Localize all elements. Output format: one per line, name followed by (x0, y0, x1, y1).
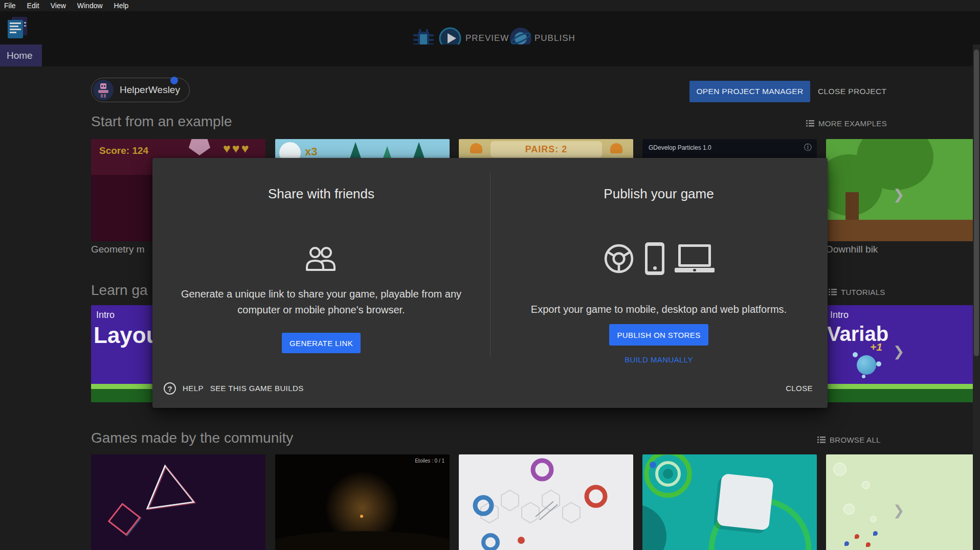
open-project-manager-button[interactable]: OPEN PROJECT MANAGER (689, 81, 810, 102)
share-title: Share with friends (152, 186, 490, 202)
dialog-footer: ? HELP SEE THIS GAME BUILDS CLOSE (152, 382, 828, 399)
tutorials-button[interactable]: TUTORIALS (829, 288, 885, 296)
hill-silhouette (275, 531, 450, 550)
chevron-right-icon[interactable]: ❯ (891, 187, 906, 202)
stars-hud-label: Etoiles : 0 / 1 (415, 458, 444, 464)
publish-title: Publish your game (490, 186, 828, 202)
pentagon-shape (189, 139, 210, 155)
scrollbar-thumb[interactable] (974, 50, 979, 356)
browse-all-button[interactable]: BROWSE ALL (817, 436, 881, 444)
heart-icons: ♥♥♥ (223, 141, 251, 156)
tab-home[interactable]: Home (0, 44, 42, 66)
fish-sprite (855, 534, 859, 539)
smartphone-icon (645, 242, 664, 275)
project-manager-icon[interactable] (6, 16, 29, 40)
mushroom-sprite (610, 143, 622, 153)
hexagon-rings (459, 454, 633, 550)
bubble-shape (862, 481, 870, 489)
avatar (93, 80, 114, 100)
bubble-shape (833, 463, 847, 476)
scrollbar-track[interactable] (973, 44, 980, 550)
community-card-fish[interactable] (826, 454, 980, 550)
grass-shape (826, 384, 980, 402)
bubble-creature-sprite (857, 355, 876, 375)
publish-on-stores-button[interactable]: PUBLISH ON STORES (609, 324, 708, 346)
build-manually-link[interactable]: BUILD MANUALLY (490, 355, 828, 364)
community-card-rings[interactable] (642, 454, 817, 550)
learn-section-title: Learn ga (91, 282, 148, 299)
white-square (717, 473, 774, 531)
help-button[interactable]: HELP (183, 382, 204, 395)
coin-counter: x3 (305, 145, 317, 158)
fish-sprite (873, 531, 878, 536)
pairs-banner: PAIRS: 2 (491, 141, 602, 157)
info-icon[interactable]: ⓘ (804, 143, 812, 152)
share-description-line2: computer or mobile phone's browser. (152, 302, 490, 318)
bubble-shape (862, 375, 865, 378)
list-icon (829, 289, 837, 295)
tutorial-tag: Intro (830, 310, 849, 320)
toolbar: PREVIEW PUBLISH (0, 11, 980, 44)
bubble-shape (876, 361, 881, 366)
fish-sprite (866, 542, 871, 547)
notification-dot (170, 77, 178, 84)
menu-view[interactable]: View (45, 2, 72, 10)
tutorial-tag: Intro (96, 310, 115, 320)
publish-description: Export your game to mobile, desktop and … (490, 304, 828, 315)
close-dialog-button[interactable]: CLOSE (786, 382, 813, 395)
score-label: Score: 124 (99, 145, 148, 156)
list-icon (817, 437, 826, 443)
publish-column: Publish your game (490, 158, 828, 378)
tutorial-word: Layou (94, 323, 160, 348)
menu-window[interactable]: Window (72, 2, 108, 10)
people-icon (303, 245, 339, 272)
gdevelop-window: File Edit View Window Help (0, 0, 980, 550)
bubble-shape (843, 503, 855, 515)
browse-all-label: BROWSE ALL (830, 436, 881, 444)
particles-title: GDevelop Particles 1.0 (649, 144, 711, 151)
close-project-button[interactable]: CLOSE PROJECT (818, 81, 886, 102)
community-card-hexagons[interactable] (459, 454, 633, 550)
share-description-line1: Generate a unique link to share your gam… (152, 286, 490, 302)
bubble-shape (870, 516, 877, 522)
menu-bar: File Edit View Window Help (0, 0, 980, 11)
ground-shape (826, 220, 980, 241)
chevron-right-icon[interactable]: ❯ (891, 344, 906, 359)
chrome-icon (603, 243, 635, 274)
share-description: Generate a unique link to share your gam… (152, 286, 490, 318)
community-card-neon[interactable] (91, 454, 265, 550)
mushroom-sprite (470, 143, 482, 153)
community-card-campfire[interactable]: Etoiles : 0 / 1 (275, 454, 450, 550)
menu-file[interactable]: File (0, 2, 21, 10)
more-examples-label: MORE EXAMPLES (818, 119, 887, 128)
generate-link-button[interactable]: GENERATE LINK (282, 333, 361, 353)
menu-help[interactable]: Help (108, 2, 135, 10)
menu-edit[interactable]: Edit (21, 2, 45, 10)
plus-one-label: +1 (870, 341, 882, 353)
share-column: Share with friends Generate a unique lin… (152, 158, 490, 378)
campfire-sprite (360, 515, 363, 518)
example-caption: Geometry m (91, 244, 151, 255)
more-examples-button[interactable]: MORE EXAMPLES (806, 119, 887, 128)
username: HelperWesley (120, 84, 180, 96)
example-caption: Downhill bik (826, 244, 884, 255)
examples-section-title: Start from an example (91, 113, 232, 130)
export-dialog: Share with friends Generate a unique lin… (152, 158, 828, 408)
chevron-right-icon[interactable]: ❯ (891, 503, 906, 518)
tutorials-label: TUTORIALS (841, 288, 885, 296)
help-icon[interactable]: ? (164, 382, 176, 395)
bubble-shape (853, 352, 858, 357)
see-builds-button[interactable]: SEE THIS GAME BUILDS (210, 382, 304, 395)
tab-bar: Home (0, 44, 980, 66)
laptop-icon (675, 243, 715, 274)
neon-shapes (91, 454, 265, 550)
community-section-title: Games made by the community (91, 430, 293, 446)
blue-dot (650, 462, 656, 468)
list-icon (806, 120, 814, 127)
fish-sprite (844, 541, 849, 546)
